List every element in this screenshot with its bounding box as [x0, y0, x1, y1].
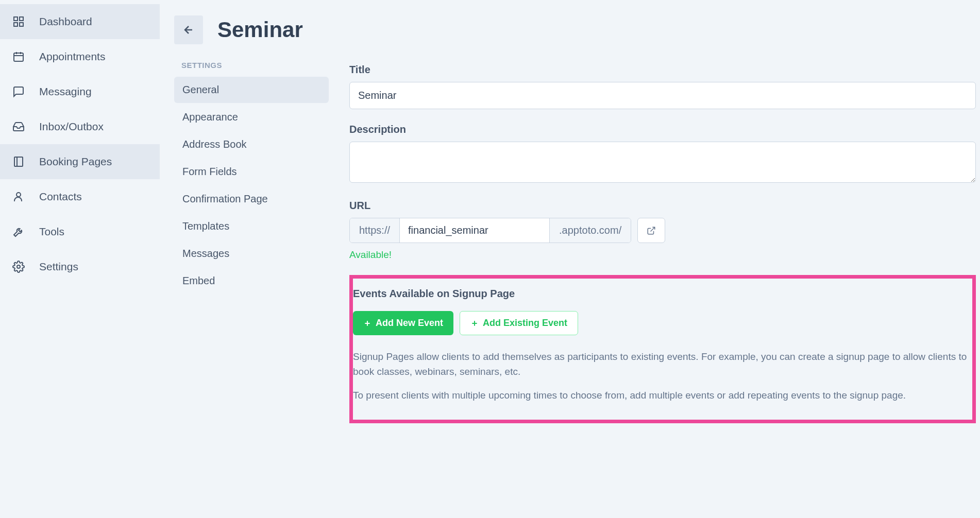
svg-rect-8 — [14, 157, 23, 166]
title-label: Title — [349, 64, 976, 76]
form-area: Title Description URL https:// .apptoto.… — [349, 61, 980, 423]
add-new-event-button[interactable]: Add New Event — [353, 311, 453, 335]
svg-point-10 — [16, 193, 21, 197]
events-highlight-box: Events Available on Signup Page Add New … — [349, 275, 976, 423]
sidebar-item-label: Booking Pages — [39, 156, 112, 168]
arrow-left-icon — [182, 24, 195, 36]
sidebar-item-inbox-outbox[interactable]: Inbox/Outbox — [0, 109, 160, 144]
back-button[interactable] — [174, 15, 203, 44]
subnav-item-messages[interactable]: Messages — [174, 240, 329, 267]
page-header: Seminar — [174, 15, 980, 44]
settings-subnav: SETTINGS General Appearance Address Book… — [174, 61, 329, 423]
events-section-heading: Events Available on Signup Page — [353, 288, 972, 300]
button-label: Add New Event — [376, 318, 443, 329]
page-title: Seminar — [217, 18, 303, 42]
grid-icon — [12, 15, 25, 28]
events-help-text-2: To present clients with multiple upcomin… — [353, 388, 972, 403]
url-protocol-addon: https:// — [350, 218, 400, 243]
button-label: Add Existing Event — [483, 318, 567, 329]
inbox-icon — [12, 120, 25, 133]
url-input-group: https:// .apptoto.com/ — [349, 218, 631, 243]
subnav-item-appearance[interactable]: Appearance — [174, 104, 329, 130]
url-label: URL — [349, 200, 976, 212]
sidebar-item-appointments[interactable]: Appointments — [0, 39, 160, 74]
svg-rect-3 — [20, 23, 23, 26]
svg-line-13 — [651, 227, 655, 231]
user-icon — [12, 191, 25, 203]
sidebar-item-label: Contacts — [39, 191, 82, 203]
sidebar-item-dashboard[interactable]: Dashboard — [0, 4, 160, 39]
main-sidebar: Dashboard Appointments Messaging Inbox/O… — [0, 0, 160, 518]
sidebar-item-label: Dashboard — [39, 15, 92, 28]
svg-rect-4 — [14, 53, 23, 61]
subnav-item-templates[interactable]: Templates — [174, 213, 329, 239]
external-link-icon — [647, 226, 656, 235]
description-label: Description — [349, 124, 976, 135]
svg-point-11 — [17, 265, 20, 268]
subnav-item-address-book[interactable]: Address Book — [174, 131, 329, 158]
title-input[interactable] — [349, 82, 976, 109]
url-suffix-addon: .apptoto.com/ — [549, 218, 631, 243]
sidebar-item-label: Messaging — [39, 85, 92, 98]
add-existing-event-button[interactable]: Add Existing Event — [460, 311, 578, 335]
subnav-heading: SETTINGS — [174, 61, 329, 77]
subnav-item-embed[interactable]: Embed — [174, 268, 329, 294]
subnav-item-confirmation-page[interactable]: Confirmation Page — [174, 186, 329, 212]
sidebar-item-settings[interactable]: Settings — [0, 249, 160, 284]
events-help-text-1: Signup Pages allow clients to add themse… — [353, 350, 972, 379]
book-icon — [12, 156, 25, 168]
plus-icon — [363, 319, 371, 327]
svg-rect-1 — [20, 17, 23, 21]
open-url-button[interactable] — [637, 218, 665, 243]
wrench-icon — [12, 226, 25, 238]
sidebar-item-booking-pages[interactable]: Booking Pages — [0, 144, 160, 179]
sidebar-item-label: Settings — [39, 261, 78, 273]
calendar-icon — [12, 50, 25, 63]
description-input[interactable] — [349, 142, 976, 183]
sidebar-item-messaging[interactable]: Messaging — [0, 74, 160, 109]
svg-rect-2 — [14, 23, 18, 26]
svg-rect-0 — [14, 17, 18, 21]
sidebar-item-label: Appointments — [39, 50, 105, 63]
subnav-item-form-fields[interactable]: Form Fields — [174, 159, 329, 185]
url-slug-input[interactable] — [400, 218, 549, 243]
sidebar-item-label: Tools — [39, 226, 64, 238]
sidebar-item-contacts[interactable]: Contacts — [0, 179, 160, 214]
sidebar-item-label: Inbox/Outbox — [39, 120, 104, 133]
message-icon — [12, 85, 25, 98]
sidebar-item-tools[interactable]: Tools — [0, 214, 160, 249]
gear-icon — [12, 261, 25, 273]
plus-icon — [470, 319, 479, 327]
url-availability-status: Available! — [349, 249, 976, 261]
subnav-item-general[interactable]: General — [174, 77, 329, 103]
